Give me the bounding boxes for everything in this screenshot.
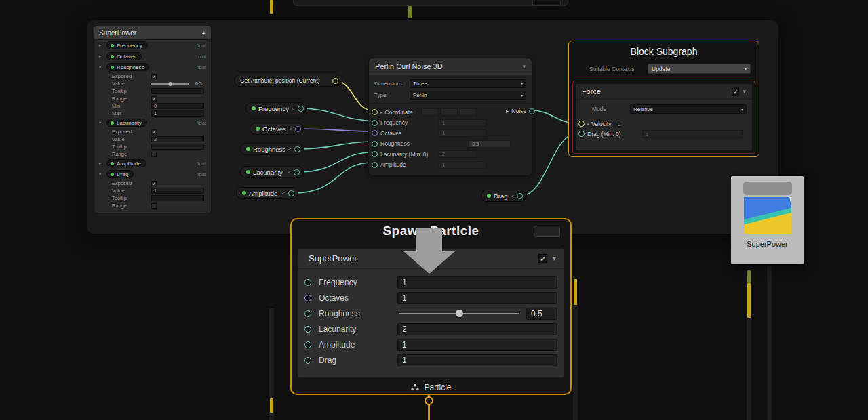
value-field[interactable]: 1 bbox=[397, 292, 557, 304]
chevron-down-icon[interactable]: ▾ bbox=[522, 63, 526, 70]
blackboard-property-roughness[interactable]: ▾ Roughness float bbox=[94, 62, 211, 72]
blackboard-property-amplitude[interactable]: ▸ Amplitude float bbox=[94, 158, 211, 169]
collapse-icon[interactable]: < bbox=[511, 193, 514, 199]
value-field[interactable]: 0.5 bbox=[469, 140, 511, 148]
blackboard-property-drag[interactable]: ▾ Drag float bbox=[94, 169, 211, 180]
value-field[interactable]: 1 bbox=[397, 276, 557, 289]
value-field[interactable]: 1 bbox=[439, 129, 486, 137]
collapse-icon[interactable]: < bbox=[292, 106, 295, 112]
parameter-node-amplitude[interactable]: Amplitude < bbox=[236, 187, 298, 199]
particle-context-node[interactable]: Spawn Particle SuperPower ✓ ▾ Frequency … bbox=[290, 218, 572, 395]
value-field[interactable]: 1 bbox=[439, 161, 486, 169]
collapse-icon[interactable]: < bbox=[289, 126, 292, 132]
foldout-closed-icon[interactable]: ▸ bbox=[99, 54, 104, 59]
input-port[interactable] bbox=[372, 130, 378, 136]
range-checkbox[interactable] bbox=[151, 152, 157, 157]
input-port[interactable] bbox=[372, 151, 378, 157]
superpower-block[interactable]: SuperPower ✓ ▾ Frequency 1 Octaves 1 Rou… bbox=[297, 248, 565, 378]
min-input[interactable]: 0 bbox=[151, 103, 204, 109]
input-port[interactable] bbox=[304, 326, 311, 333]
block-subgraph-panel[interactable]: Block Subgraph Suitable Contexts Update▾… bbox=[568, 41, 760, 157]
output-port[interactable] bbox=[288, 190, 294, 196]
dimensions-dropdown[interactable]: Three▾ bbox=[410, 79, 526, 88]
output-port[interactable] bbox=[294, 146, 300, 152]
exposed-checkbox[interactable]: ✓ bbox=[151, 129, 157, 135]
range-checkbox[interactable] bbox=[151, 203, 157, 209]
local-space-badge[interactable]: L bbox=[616, 121, 623, 127]
tooltip-input[interactable] bbox=[151, 88, 204, 94]
node-header[interactable]: Perlin Curl Noise 3D ▾ bbox=[369, 58, 532, 75]
output-port[interactable] bbox=[294, 169, 300, 175]
blackboard-property-frequency[interactable]: ▸ Frequency float bbox=[94, 40, 211, 51]
input-port[interactable] bbox=[304, 310, 311, 317]
tooltip-input[interactable] bbox=[151, 144, 204, 150]
input-port[interactable] bbox=[372, 109, 378, 115]
add-property-button[interactable]: + bbox=[202, 29, 206, 37]
output-port[interactable] bbox=[298, 106, 304, 112]
coordinate-x-field[interactable] bbox=[422, 108, 439, 116]
coordinate-y-field[interactable] bbox=[441, 108, 458, 116]
input-port[interactable] bbox=[372, 141, 378, 147]
tooltip-input[interactable] bbox=[151, 195, 204, 201]
roughness-slider[interactable] bbox=[397, 308, 521, 320]
output-port[interactable] bbox=[529, 108, 535, 114]
range-checkbox[interactable]: ✓ bbox=[151, 96, 157, 102]
parameter-node-frequency[interactable]: Frequency < bbox=[245, 102, 307, 114]
blackboard-panel[interactable]: SuperPower + ▸ Frequency float ▸ Octaves… bbox=[94, 26, 212, 213]
type-dropdown[interactable]: Perlin▾ bbox=[410, 91, 526, 100]
input-port[interactable] bbox=[578, 131, 585, 137]
slider-handle[interactable] bbox=[456, 310, 463, 317]
block-header[interactable]: SuperPower ✓ ▾ bbox=[298, 249, 564, 269]
value-input[interactable]: 2 bbox=[151, 136, 204, 142]
mode-dropdown[interactable]: Relative▾ bbox=[630, 104, 747, 114]
subgraph-asset-card[interactable]: SuperPower bbox=[731, 176, 804, 264]
chevron-down-icon[interactable]: ▾ bbox=[743, 88, 746, 95]
value-field[interactable]: 1 bbox=[397, 339, 557, 351]
input-port[interactable] bbox=[304, 341, 311, 348]
parameter-node-drag[interactable]: Drag < bbox=[481, 190, 527, 202]
parameter-node-roughness[interactable]: Roughness < bbox=[240, 143, 304, 155]
max-input[interactable]: 1 bbox=[151, 110, 204, 117]
blackboard-property-octaves[interactable]: ▸ Octaves uint bbox=[94, 51, 211, 62]
collapse-icon[interactable]: < bbox=[288, 146, 292, 152]
foldout-open-icon[interactable]: ▾ bbox=[99, 120, 104, 125]
value-field[interactable]: 0.5 bbox=[526, 308, 557, 320]
foldout-closed-icon[interactable]: ▸ bbox=[99, 43, 104, 48]
output-port[interactable] bbox=[332, 78, 338, 84]
coordinate-z-field[interactable] bbox=[460, 108, 477, 116]
block-header[interactable]: Force ✓ ▾ bbox=[576, 84, 752, 100]
value-field[interactable]: 2 bbox=[439, 150, 477, 158]
input-port[interactable] bbox=[304, 357, 311, 364]
suitable-contexts-dropdown[interactable]: Update▾ bbox=[648, 64, 751, 74]
context-header-badge[interactable] bbox=[534, 226, 560, 237]
flow-port[interactable] bbox=[425, 396, 433, 405]
exposed-checkbox[interactable]: ✓ bbox=[151, 74, 157, 79]
collapse-icon[interactable]: < bbox=[282, 190, 285, 196]
blackboard-property-lacunarity[interactable]: ▾ Lacunarity float bbox=[94, 117, 211, 128]
foldout-open-icon[interactable]: ▾ bbox=[99, 171, 104, 177]
slider-handle[interactable] bbox=[168, 82, 172, 86]
perlin-curl-noise-node[interactable]: Perlin Curl Noise 3D ▾ Dimensions Three▾… bbox=[368, 58, 532, 176]
value-input[interactable]: 1 bbox=[151, 188, 204, 194]
get-attribute-node[interactable]: Get Attribute: position (Current) bbox=[234, 75, 342, 87]
collapse-icon[interactable]: < bbox=[288, 169, 291, 175]
input-port[interactable] bbox=[578, 121, 585, 127]
value-field[interactable]: 1 bbox=[439, 119, 486, 127]
input-port[interactable] bbox=[304, 279, 311, 286]
parameter-node-lacunarity[interactable]: Lacunarity < bbox=[240, 166, 304, 178]
parameter-node-octaves[interactable]: Octaves < bbox=[250, 123, 304, 135]
value-field[interactable]: 1 bbox=[642, 130, 743, 138]
input-port[interactable] bbox=[372, 162, 378, 168]
foldout-open-icon[interactable]: ▾ bbox=[99, 64, 104, 70]
foldout-closed-icon[interactable]: ▸ bbox=[99, 161, 104, 166]
chevron-down-icon[interactable]: ▾ bbox=[552, 254, 556, 263]
output-port[interactable] bbox=[517, 193, 523, 199]
value-field[interactable]: 1 bbox=[397, 354, 557, 366]
exposed-checkbox[interactable]: ✓ bbox=[151, 181, 157, 186]
output-port[interactable] bbox=[295, 126, 301, 132]
input-port[interactable] bbox=[372, 120, 378, 126]
force-block[interactable]: Force ✓ ▾ Mode Relative▾ ▸ Velocity L Dr… bbox=[575, 83, 753, 151]
input-port[interactable] bbox=[304, 295, 311, 301]
value-field[interactable]: 2 bbox=[397, 323, 557, 335]
value-slider[interactable] bbox=[151, 81, 189, 87]
